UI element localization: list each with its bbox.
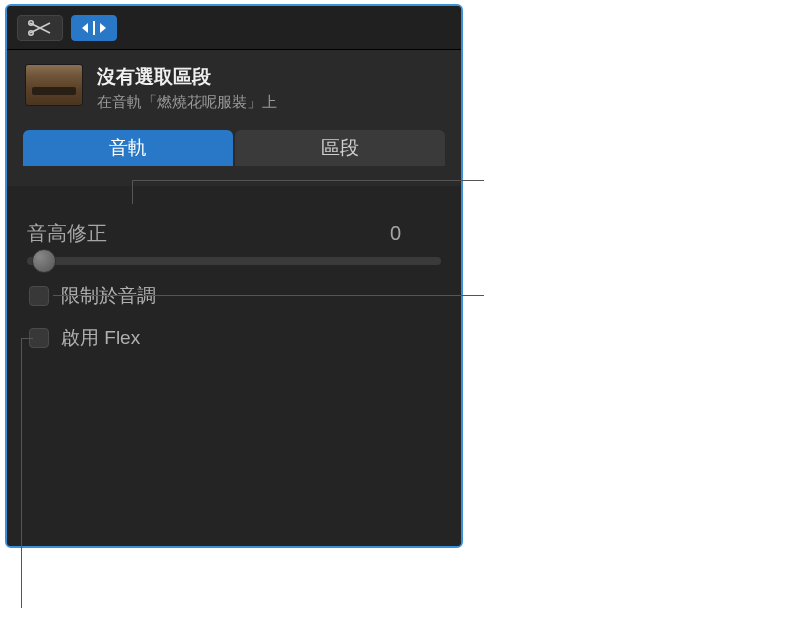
tab-label: 區段 — [321, 135, 359, 161]
header-section: 沒有選取區段 在音軌「燃燒花呢服裝」上 — [7, 50, 461, 124]
limit-to-key-label: 限制於音調 — [61, 283, 156, 309]
tab-region[interactable]: 區段 — [235, 130, 445, 166]
limit-to-key-checkbox[interactable] — [29, 286, 49, 306]
callout-line — [53, 295, 484, 296]
enable-flex-label: 啟用 Flex — [61, 325, 140, 351]
callout-line — [21, 338, 33, 339]
callout-line — [21, 338, 22, 608]
toolbar — [7, 6, 461, 50]
slider-thumb[interactable] — [32, 249, 56, 273]
callout-line — [132, 180, 133, 204]
split-button[interactable] — [71, 15, 117, 41]
tab-track[interactable]: 音軌 — [23, 130, 233, 166]
track-thumbnail — [25, 64, 83, 106]
pitch-correction-row: 音高修正 0 — [27, 220, 441, 265]
callout-line — [132, 180, 484, 181]
svg-rect-2 — [93, 21, 95, 35]
pitch-correction-label: 音高修正 — [27, 220, 107, 247]
header-title: 沒有選取區段 — [97, 64, 443, 90]
pitch-correction-slider[interactable] — [27, 257, 441, 265]
pitch-correction-value: 0 — [390, 222, 401, 245]
header-subtitle: 在音軌「燃燒花呢服裝」上 — [97, 93, 443, 112]
limit-to-key-row: 限制於音調 — [27, 283, 441, 309]
enable-flex-row: 啟用 Flex — [27, 325, 441, 351]
scissors-button[interactable] — [17, 15, 63, 41]
tab-label: 音軌 — [109, 135, 147, 161]
tab-bar: 音軌 區段 — [23, 130, 445, 166]
content-area: 音高修正 0 限制於音調 啟用 Flex — [7, 186, 461, 546]
editor-panel: 沒有選取區段 在音軌「燃燒花呢服裝」上 音軌 區段 音高修正 0 限制於音調 — [5, 4, 463, 548]
